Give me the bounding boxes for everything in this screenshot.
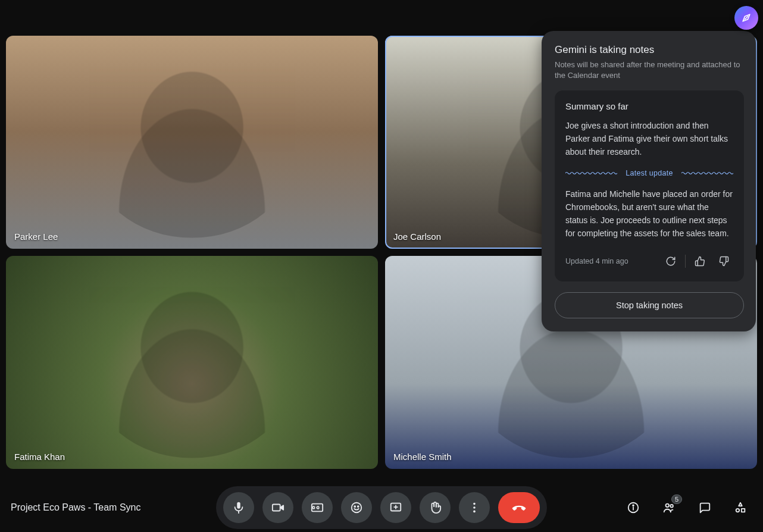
summary-card: Summary so far Joe gives a short introdu… (555, 90, 744, 281)
video-tile[interactable]: Fatima Khan (6, 256, 378, 469)
summary-heading: Summary so far (565, 101, 733, 111)
right-controls: 5 (621, 496, 752, 520)
meeting-title: Project Eco Paws - Team Sync (11, 502, 140, 513)
chat-button[interactable] (693, 496, 717, 520)
participant-name-label: Parker Lee (14, 231, 58, 242)
gemini-subtext: Notes will be shared after the meeting a… (555, 60, 744, 81)
stop-taking-notes-button[interactable]: Stop taking notes (555, 292, 744, 318)
participant-name-label: Joe Carlson (393, 231, 441, 242)
latest-update-divider: Latest update (565, 169, 733, 177)
svg-marker-18 (739, 503, 742, 506)
shapes-icon (734, 501, 747, 514)
call-controls (216, 486, 547, 529)
raise-hand-button[interactable] (420, 492, 451, 523)
svg-point-4 (352, 503, 362, 513)
participant-name-label: Michelle Smith (393, 452, 452, 462)
captions-icon (311, 501, 324, 514)
refresh-summary-button[interactable] (661, 252, 680, 271)
mic-toggle-button[interactable] (223, 492, 254, 523)
svg-point-5 (354, 506, 355, 507)
thumbs-up-button[interactable] (690, 252, 709, 271)
refresh-icon (665, 256, 676, 267)
emoji-icon (350, 501, 363, 514)
svg-point-17 (670, 505, 673, 508)
svg-point-19 (736, 509, 740, 512)
thumbs-down-icon (718, 256, 729, 267)
sparkle-icon (740, 12, 752, 24)
chat-icon (698, 501, 711, 514)
leave-call-button[interactable] (498, 492, 540, 523)
people-button[interactable]: 5 (657, 496, 681, 520)
summary-before-text: Joe gives a short introduction and then … (565, 120, 733, 158)
bottom-bar: Project Eco Paws - Team Sync (0, 483, 763, 532)
gemini-notes-panel: Gemini is taking notes Notes will be sha… (542, 31, 756, 331)
reactions-button[interactable] (341, 492, 372, 523)
summary-latest-text: Fatima and Michelle have placed an order… (565, 188, 733, 240)
microphone-icon (232, 501, 245, 514)
svg-point-6 (358, 506, 359, 507)
svg-point-15 (633, 505, 634, 506)
video-tile[interactable]: Parker Lee (6, 36, 378, 249)
svg-point-11 (473, 506, 476, 509)
captions-button[interactable] (302, 492, 333, 523)
svg-point-12 (473, 511, 476, 513)
thumbs-up-icon (695, 256, 705, 267)
summary-timestamp: Updated 4 min ago (565, 257, 628, 265)
gemini-fab[interactable] (734, 6, 758, 30)
avatar-placeholder (90, 68, 295, 238)
meeting-details-button[interactable] (621, 496, 645, 520)
more-options-button[interactable] (459, 492, 490, 523)
svg-rect-1 (273, 505, 280, 511)
wavy-line-icon (565, 171, 617, 175)
summary-footer: Updated 4 min ago (565, 252, 733, 271)
svg-rect-20 (742, 509, 745, 512)
camera-icon (271, 501, 284, 514)
thumbs-down-button[interactable] (714, 252, 733, 271)
present-icon (389, 501, 402, 514)
present-screen-button[interactable] (380, 492, 411, 523)
separator (685, 255, 686, 268)
more-vertical-icon (468, 501, 481, 514)
avatar-placeholder (90, 288, 295, 458)
activities-button[interactable] (728, 496, 752, 520)
info-icon (627, 501, 640, 514)
participant-name-label: Fatima Khan (14, 452, 65, 462)
svg-point-16 (666, 504, 670, 508)
hangup-icon (511, 500, 527, 515)
svg-point-10 (473, 503, 476, 505)
participant-count-badge: 5 (671, 495, 682, 504)
hand-icon (429, 501, 442, 514)
wavy-line-icon (681, 171, 733, 175)
camera-toggle-button[interactable] (262, 492, 293, 523)
latest-update-label: Latest update (626, 169, 673, 177)
gemini-heading: Gemini is taking notes (555, 44, 744, 56)
